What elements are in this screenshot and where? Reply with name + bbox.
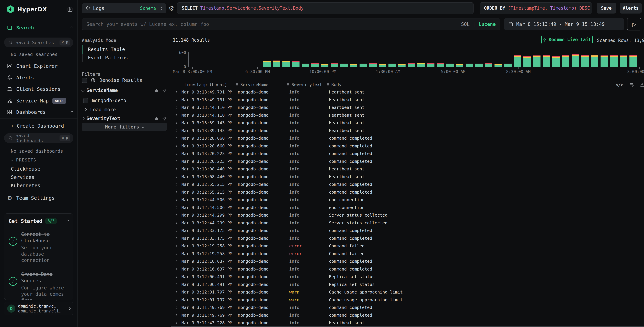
save-button[interactable]: Save <box>597 3 616 14</box>
source-settings-gear-icon[interactable]: ⚙ <box>168 5 174 12</box>
pin-icon[interactable] <box>162 116 167 121</box>
get-started-item[interactable]: ✓ Create Data Sources Configure where yo… <box>8 271 69 300</box>
chart-filter-icon[interactable] <box>154 88 159 93</box>
table-row[interactable]: Mar 9 3:12:01.797 PMmongodb-demowarnCach… <box>171 288 644 296</box>
lucene-toggle[interactable]: Lucene <box>478 22 496 27</box>
sql-toggle[interactable]: SQL <box>461 22 470 27</box>
table-row[interactable]: Mar 9 3:12:55.215 PMmongodb-demoinfocomm… <box>171 180 644 188</box>
run-query-button[interactable]: ▷ <box>627 18 641 30</box>
table-row[interactable]: Mar 9 3:12:16.637 PMmongodb-demoinfocomm… <box>171 258 644 265</box>
row-expand-icon[interactable] <box>174 160 178 162</box>
row-expand-icon[interactable] <box>174 153 178 154</box>
order-by-input[interactable]: ORDER BY (TimestampTime, Timestamp) DESC <box>480 2 592 14</box>
mode-results-table[interactable]: Results Table <box>82 45 166 54</box>
filter-option-mongodb-demo[interactable]: mongodb-demo <box>83 98 126 103</box>
get-started-header[interactable]: Get Started 3/3 <box>8 218 69 224</box>
table-row[interactable]: Mar 9 3:12:16.637 PMmongodb-demoinfocomm… <box>171 265 644 273</box>
row-expand-icon[interactable] <box>174 91 178 93</box>
table-row[interactable]: Mar 9 3:13:20.223 PMmongodb-demoinfocomm… <box>171 158 644 165</box>
more-filters-button[interactable]: More filters <box>82 123 167 131</box>
row-expand-icon[interactable] <box>174 191 178 193</box>
table-row[interactable]: Mar 9 3:12:44.299 PMmongodb-demoinfoServ… <box>171 219 644 227</box>
column-header-servicename[interactable]: ServiceName <box>240 82 268 87</box>
sidebar-item-chart-explorer[interactable]: Chart Explorer <box>7 63 73 69</box>
table-row[interactable]: Mar 9 3:13:28.660 PMmongodb-demoinfocomm… <box>171 134 644 142</box>
table-row[interactable]: Mar 9 3:12:33.175 PMmongodb-demoinfocomm… <box>171 227 644 234</box>
row-expand-icon[interactable] <box>174 184 178 185</box>
row-expand-icon[interactable] <box>174 206 178 208</box>
table-row[interactable]: Mar 9 3:11:49.769 PMmongodb-demoinfocomm… <box>171 304 644 312</box>
row-expand-icon[interactable] <box>174 253 178 254</box>
mongodb-demo-checkbox[interactable] <box>83 98 88 103</box>
row-expand-icon[interactable] <box>174 238 178 239</box>
row-expand-icon[interactable] <box>174 199 178 201</box>
drag-handle-icon[interactable] <box>327 83 329 86</box>
row-expand-icon[interactable] <box>174 322 178 324</box>
row-expand-icon[interactable] <box>174 245 178 247</box>
sidebar-collapse-icon[interactable] <box>67 6 73 12</box>
table-row[interactable]: Mar 9 3:12:44.506 PMmongodb-demoinfoend … <box>171 196 644 204</box>
table-row[interactable]: Mar 9 3:12:19.258 PMmongodb-demoerrorCom… <box>171 242 644 250</box>
horizontal-scrollbar[interactable] <box>171 326 644 327</box>
table-row[interactable]: Mar 9 3:12:19.258 PMmongodb-demoerrorCom… <box>171 250 644 258</box>
row-expand-icon[interactable] <box>174 230 178 232</box>
resume-live-tail-button[interactable]: Resume Live Tail <box>541 35 592 44</box>
mode-event-patterns[interactable]: Event Patterns <box>82 54 166 62</box>
sidebar-item-team-settings[interactable]: ⚙ Team Settings <box>7 195 73 201</box>
sidebar-item-alerts[interactable]: Alerts <box>7 75 73 80</box>
table-row[interactable]: Mar 9 3:13:49.731 PMmongodb-demoinfoHear… <box>171 88 644 96</box>
row-expand-icon[interactable] <box>174 314 178 316</box>
row-expand-icon[interactable] <box>174 268 178 270</box>
get-started-item[interactable]: ✓ Connect to ClickHouse Set up your data… <box>8 231 69 264</box>
preset-services[interactable]: Services <box>11 174 34 180</box>
saved-dashboards-input[interactable]: Saved Dashboards ⌘ K <box>4 133 74 143</box>
table-row[interactable]: Mar 9 3:13:44.110 PMmongodb-demoinfoHear… <box>171 104 644 112</box>
row-expand-icon[interactable] <box>174 145 178 147</box>
create-dashboard-button[interactable]: + Create Dashboard <box>11 123 64 129</box>
row-expand-icon[interactable] <box>174 291 178 293</box>
table-row[interactable]: Mar 9 3:13:49.731 PMmongodb-demoinfoHear… <box>171 96 644 104</box>
row-expand-icon[interactable] <box>174 107 178 108</box>
row-expand-icon[interactable] <box>174 276 178 278</box>
preset-kubernetes[interactable]: Kubernetes <box>11 182 40 188</box>
table-row[interactable]: Mar 9 3:12:01.797 PMmongodb-demowarnCach… <box>171 296 644 304</box>
column-header-severitytext[interactable]: SeverityText <box>292 82 322 87</box>
source-select[interactable]: Logs Schema <box>82 4 166 13</box>
table-row[interactable]: Mar 9 3:12:44.299 PMmongodb-demoinfoServ… <box>171 211 644 219</box>
denoise-results-row[interactable]: Denoise Results <box>82 78 142 83</box>
event-search-input[interactable]: Search your events w/ Lucene ex. column:… <box>82 18 500 30</box>
sidebar-item-dashboards[interactable]: Dashboards <box>7 109 73 115</box>
table-row[interactable]: Mar 9 3:13:20.223 PMmongodb-demoinfocomm… <box>171 150 644 158</box>
results-table[interactable]: Timestamp (Local) ServiceName SeverityTe… <box>171 81 644 327</box>
row-expand-icon[interactable] <box>174 176 178 178</box>
query-language-toggle[interactable]: SQL | Lucene <box>461 22 496 27</box>
row-expand-icon[interactable] <box>174 122 178 124</box>
row-expand-icon[interactable] <box>174 214 178 216</box>
table-row[interactable]: Mar 9 3:12:33.175 PMmongodb-demoinfocomm… <box>171 234 644 242</box>
chart-filter-icon[interactable] <box>154 116 159 121</box>
column-header-body[interactable]: Body <box>331 82 342 87</box>
sidebar-item-service-map[interactable]: Service Map BETA <box>7 98 73 104</box>
row-expand-icon[interactable] <box>174 130 178 131</box>
table-row[interactable]: Mar 9 3:11:49.769 PMmongodb-demoinfocomm… <box>171 312 644 319</box>
row-expand-icon[interactable] <box>174 138 178 139</box>
drag-handle-icon[interactable] <box>236 83 238 86</box>
row-expand-icon[interactable] <box>174 299 178 300</box>
table-row[interactable]: Mar 9 3:13:39.143 PMmongodb-demoinfoHear… <box>171 127 644 134</box>
load-more-button[interactable]: Load more <box>84 107 116 112</box>
select-clause-input[interactable]: SELECT Timestamp,ServiceName,SeverityTex… <box>177 2 474 14</box>
preset-clickhouse[interactable]: ClickHouse <box>11 166 40 172</box>
table-row[interactable]: Mar 9 3:13:08.440 PMmongodb-demoinfoHear… <box>171 173 644 181</box>
sidebar-item-client-sessions[interactable]: Client Sessions <box>7 86 73 92</box>
row-expand-icon[interactable] <box>174 284 178 285</box>
table-row[interactable]: Mar 9 3:12:06.491 PMmongodb-demoinfoRepl… <box>171 273 644 281</box>
saved-searches-input[interactable]: Saved Searches ⌘ K <box>4 38 74 47</box>
drag-handle-icon[interactable] <box>287 83 289 86</box>
table-row[interactable]: Mar 9 3:12:06.491 PMmongodb-demoinfoRepl… <box>171 281 644 288</box>
user-account-card[interactable]: D dominic.tran@c… dominic.tran@cli… <box>4 302 74 315</box>
sidebar-item-search[interactable]: Search <box>7 25 73 30</box>
filter-group-servicename[interactable]: ServiceName <box>82 88 167 93</box>
alerts-button[interactable]: Alerts <box>620 3 642 14</box>
pin-icon[interactable] <box>162 88 167 93</box>
time-range-picker[interactable]: Mar 8 15:13:49 - Mar 9 15:13:49 <box>504 18 624 30</box>
